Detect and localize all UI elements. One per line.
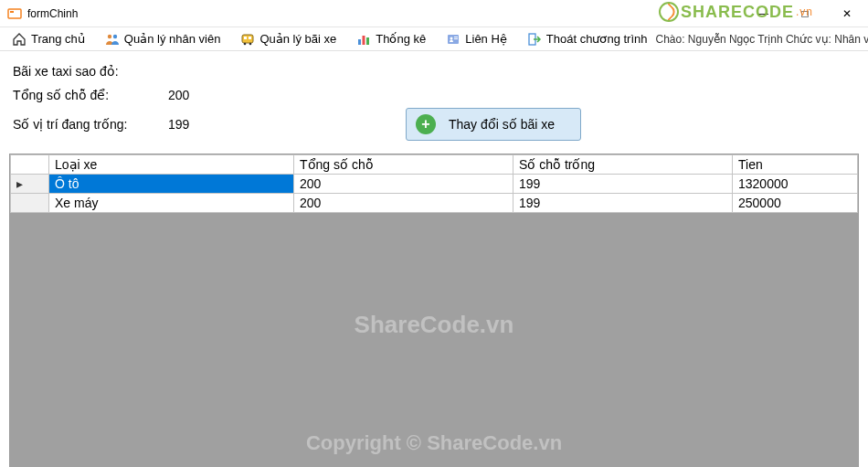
svg-point-7	[244, 42, 247, 45]
svg-point-13	[450, 37, 453, 39]
data-grid[interactable]: Loại xe Tổng số chỗ Số chỗ trống Tien ▸ …	[9, 154, 859, 467]
svg-rect-0	[8, 9, 21, 18]
svg-point-2	[108, 34, 111, 37]
table-row[interactable]: ▸ Ô tô 200 199 1320000	[11, 175, 858, 194]
greeting-text: Chào: Nguyễn Ngọc Trịnh Chức vụ: Nhân vi…	[656, 33, 868, 46]
title-bar: formChinh — □ ✕	[0, 0, 868, 27]
change-slots-label: Thay đổi số bãi xe	[449, 117, 555, 132]
svg-rect-1	[10, 11, 14, 13]
col-empty[interactable]: Số chỗ trống	[513, 155, 733, 175]
cell-total[interactable]: 200	[294, 194, 513, 213]
menu-home-label: Trang chủ	[31, 32, 85, 46]
exit-icon	[527, 32, 542, 47]
menu-contact[interactable]: Liên Hệ	[438, 27, 515, 50]
change-slots-button[interactable]: + Thay đổi số bãi xe	[406, 108, 581, 141]
header-row: Loại xe Tổng số chỗ Số chỗ trống Tien	[11, 155, 858, 175]
parking-name: Bãi xe taxi sao đỏ:	[13, 64, 855, 79]
main-toolbar: Trang chủ Quản lý nhân viên Quản lý bãi …	[0, 27, 868, 51]
svg-rect-9	[358, 39, 361, 45]
svg-rect-5	[244, 37, 247, 39]
cell-empty[interactable]: 199	[513, 194, 733, 213]
cell-type[interactable]: Ô tô	[49, 175, 294, 194]
minimize-button[interactable]: —	[742, 0, 784, 27]
cell-empty[interactable]: 199	[513, 175, 733, 194]
cell-money[interactable]: 250000	[733, 194, 858, 213]
svg-rect-14	[454, 37, 458, 37]
cell-type[interactable]: Xe máy	[49, 194, 294, 213]
chart-icon	[356, 32, 371, 47]
menu-staff-label: Quản lý nhân viên	[124, 32, 221, 46]
svg-rect-4	[242, 35, 253, 43]
rowhead-corner	[11, 155, 49, 175]
svg-rect-6	[249, 37, 251, 39]
app-icon	[7, 6, 22, 21]
cell-money[interactable]: 1320000	[733, 175, 858, 194]
empty-slots-value: 199	[168, 117, 241, 132]
menu-parking-label: Quản lý bãi xe	[259, 32, 336, 46]
row-indicator	[11, 194, 49, 213]
total-slots-label: Tổng số chỗ để:	[13, 88, 168, 102]
menu-stats-label: Thống kê	[376, 32, 426, 46]
maximize-button[interactable]: □	[784, 0, 826, 27]
col-money[interactable]: Tien	[733, 155, 858, 175]
people-icon	[105, 32, 120, 47]
home-icon	[12, 32, 26, 47]
svg-point-3	[113, 34, 117, 37]
menu-contact-label: Liên Hệ	[465, 32, 507, 46]
window-controls: — □ ✕	[742, 0, 868, 27]
row-indicator-icon: ▸	[11, 175, 49, 194]
svg-rect-15	[454, 38, 458, 39]
table-row[interactable]: Xe máy 200 199 250000	[11, 194, 858, 213]
close-button[interactable]: ✕	[826, 0, 868, 27]
menu-staff[interactable]: Quản lý nhân viên	[97, 27, 229, 50]
plus-icon: +	[416, 114, 436, 134]
svg-rect-10	[363, 36, 365, 45]
empty-slots-label: Số vị trí đang trống:	[13, 117, 168, 132]
svg-rect-11	[366, 37, 369, 45]
contact-icon	[446, 32, 460, 47]
bus-icon	[240, 32, 255, 47]
menu-home[interactable]: Trang chủ	[4, 27, 93, 50]
menu-stats[interactable]: Thống kê	[348, 27, 434, 50]
col-type[interactable]: Loại xe	[49, 155, 294, 175]
info-panel: Bãi xe taxi sao đỏ: Tổng số chỗ để: 200 …	[0, 51, 868, 154]
cell-total[interactable]: 200	[294, 175, 513, 194]
menu-exit[interactable]: Thoát chương trình	[519, 27, 656, 50]
col-total[interactable]: Tổng số chỗ	[294, 155, 513, 175]
menu-exit-label: Thoát chương trình	[546, 32, 648, 46]
window-title: formChinh	[27, 7, 78, 20]
total-slots-value: 200	[168, 88, 241, 102]
svg-point-8	[249, 42, 252, 45]
menu-parking[interactable]: Quản lý bãi xe	[232, 27, 344, 50]
